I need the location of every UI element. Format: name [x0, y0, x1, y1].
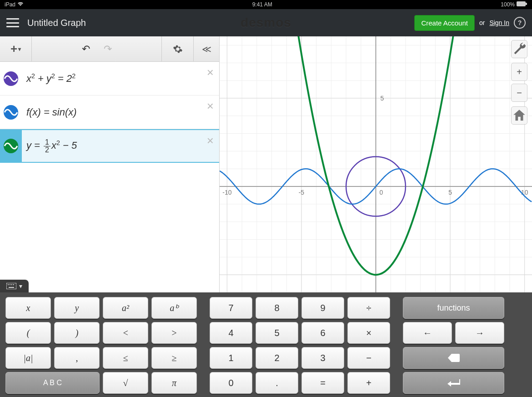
undo-redo-group: ↶ ↷: [32, 36, 162, 62]
close-icon[interactable]: ×: [207, 65, 214, 80]
add-expression-button[interactable]: +▾: [0, 36, 32, 62]
key-[interactable]: ): [54, 322, 100, 344]
svg-rect-4: [10, 284, 10, 285]
battery-icon: [517, 1, 527, 8]
key-[interactable]: >: [151, 322, 197, 344]
key-[interactable]: ≤: [103, 347, 148, 369]
key-[interactable]: ×: [347, 322, 390, 344]
key-a[interactable]: aᵇ: [151, 297, 197, 319]
svg-rect-2: [6, 283, 16, 289]
wifi-icon: [17, 1, 24, 8]
svg-rect-0: [517, 1, 526, 6]
key-[interactable]: π: [151, 372, 197, 394]
key-y[interactable]: y: [54, 297, 100, 319]
document-title[interactable]: Untitled Graph: [27, 18, 86, 28]
expression-row[interactable]: y = 12x2 − 5×: [0, 129, 219, 163]
key-[interactable]: √: [103, 372, 148, 394]
sign-in-link[interactable]: Sign In: [489, 19, 509, 26]
backspace-key[interactable]: [403, 347, 504, 369]
key-1[interactable]: 1: [210, 347, 252, 369]
clock: 9:41 AM: [252, 1, 272, 8]
key-8[interactable]: 8: [256, 297, 298, 319]
functions-key[interactable]: functions: [403, 297, 504, 319]
expression-color-handle[interactable]: [0, 62, 22, 95]
undo-icon[interactable]: ↶: [82, 43, 90, 55]
wrench-icon[interactable]: [511, 40, 527, 58]
key-0[interactable]: 0: [210, 372, 252, 394]
key-6[interactable]: 6: [301, 322, 344, 344]
expression-latex[interactable]: y = 12x2 − 5: [26, 139, 77, 154]
graph-canvas[interactable]: -10-551050 + −: [220, 36, 532, 292]
key-4[interactable]: 4: [210, 322, 252, 344]
key-[interactable]: ÷: [347, 297, 390, 319]
svg-text:5: 5: [448, 189, 452, 196]
chevron-down-icon: ▾: [19, 282, 22, 290]
panel-toolbar: +▾ ↶ ↷ ≪: [0, 36, 219, 62]
expression-latex[interactable]: f(x) = sin(x): [26, 106, 77, 118]
create-account-button[interactable]: Create Account: [414, 15, 475, 31]
expression-row[interactable]: x2 + y2 = 22×: [0, 62, 219, 95]
svg-text:5: 5: [381, 95, 384, 102]
key-2[interactable]: 2: [256, 347, 298, 369]
key-abc[interactable]: A B C: [5, 372, 100, 394]
key-7[interactable]: 7: [210, 297, 252, 319]
key-3[interactable]: 3: [301, 347, 344, 369]
key-[interactable]: (: [5, 322, 51, 344]
svg-text:-5: -5: [299, 189, 305, 196]
svg-text:-10: -10: [222, 189, 231, 196]
enter-key[interactable]: [403, 372, 504, 394]
key-5[interactable]: 5: [256, 322, 298, 344]
close-icon[interactable]: ×: [207, 99, 214, 113]
math-keyboard: xya²aᵇ()<>|a|,≤≥A B C√π 789÷456×123−0.=+…: [0, 292, 532, 397]
menu-icon[interactable]: [6, 18, 19, 27]
close-icon[interactable]: ×: [207, 134, 214, 148]
key-a[interactable]: a²: [103, 297, 148, 319]
app-header: Untitled Graph desmos Create Account or …: [0, 9, 532, 36]
arrow-right-key[interactable]: →: [455, 322, 504, 344]
key-[interactable]: ,: [54, 347, 100, 369]
key-[interactable]: <: [103, 322, 148, 344]
svg-rect-5: [11, 284, 12, 285]
key-[interactable]: −: [347, 347, 390, 369]
svg-text:10: 10: [521, 189, 528, 196]
svg-rect-6: [13, 284, 14, 285]
key-x[interactable]: x: [5, 297, 51, 319]
device-label: iPad: [5, 1, 15, 8]
help-icon[interactable]: ?: [514, 17, 526, 29]
svg-rect-1: [526, 3, 527, 5]
expression-panel: +▾ ↶ ↷ ≪ x2 + y2 = 22×f(x) = sin(x)×y = …: [0, 36, 220, 292]
ios-status-bar: iPad 9:41 AM 100%: [0, 0, 532, 9]
expression-color-handle[interactable]: [0, 95, 22, 129]
key-[interactable]: .: [256, 372, 298, 394]
home-icon[interactable]: [511, 106, 527, 125]
key-9[interactable]: 9: [301, 297, 344, 319]
key-[interactable]: ≥: [151, 347, 197, 369]
svg-text:0: 0: [380, 189, 383, 196]
key-group-nav: functions ← →: [403, 297, 504, 392]
svg-rect-7: [9, 287, 14, 288]
or-label: or: [479, 19, 485, 26]
svg-rect-3: [8, 284, 9, 285]
key-[interactable]: +: [347, 372, 390, 394]
expression-row[interactable]: f(x) = sin(x)×: [0, 95, 219, 129]
zoom-in-button[interactable]: +: [511, 63, 527, 81]
zoom-out-button[interactable]: −: [511, 84, 527, 102]
settings-icon[interactable]: [162, 36, 194, 62]
redo-icon[interactable]: ↷: [104, 43, 112, 55]
collapse-panel-icon[interactable]: ≪: [194, 36, 219, 62]
key-a[interactable]: |a|: [5, 347, 51, 369]
arrow-left-key[interactable]: ←: [403, 322, 452, 344]
battery-pct: 100%: [501, 1, 515, 8]
expression-latex[interactable]: x2 + y2 = 22: [26, 72, 75, 85]
desmos-logo: desmos: [241, 15, 291, 30]
expression-list: x2 + y2 = 22×f(x) = sin(x)×y = 12x2 − 5×: [0, 62, 219, 292]
expression-color-handle[interactable]: [0, 130, 22, 162]
key-[interactable]: =: [301, 372, 344, 394]
keyboard-toggle[interactable]: ▾: [0, 280, 29, 292]
